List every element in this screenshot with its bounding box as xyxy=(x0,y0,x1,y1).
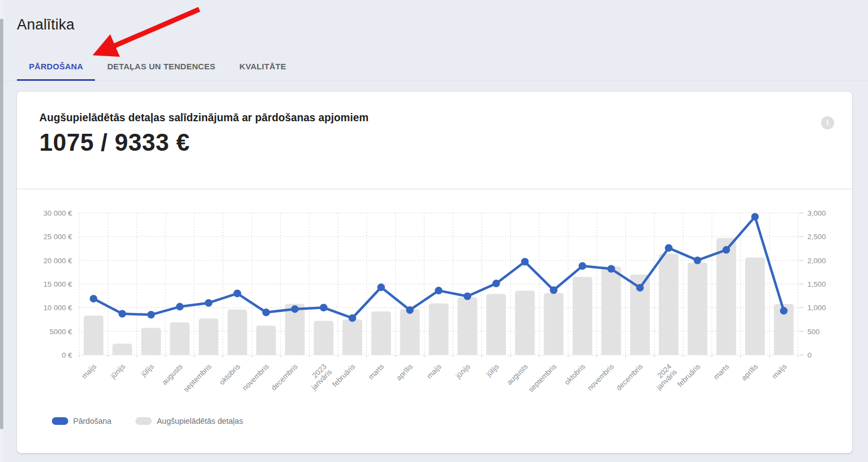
line-point[interactable] xyxy=(90,295,97,303)
line-point[interactable] xyxy=(492,280,500,287)
right-axis-tick: 2,000 xyxy=(807,257,826,265)
line-point[interactable] xyxy=(435,287,443,294)
line-point[interactable] xyxy=(579,262,586,270)
line-point[interactable] xyxy=(234,289,241,297)
headline-value: 1075 / 9333 € xyxy=(39,129,190,156)
x-axis-label: marts xyxy=(367,362,386,381)
line-point[interactable] xyxy=(377,283,385,291)
tab-pardosana[interactable]: PĀRDOŠANA xyxy=(17,52,95,80)
bar[interactable] xyxy=(457,297,477,355)
line-point[interactable] xyxy=(176,303,183,311)
bar[interactable] xyxy=(199,318,218,355)
bar[interactable] xyxy=(314,321,334,355)
x-axis-label: augusts xyxy=(160,362,184,386)
line-point[interactable] xyxy=(262,309,270,316)
line-point[interactable] xyxy=(349,314,356,322)
line-point[interactable] xyxy=(521,258,529,265)
x-axis-label: jūlijs xyxy=(484,362,501,378)
bar[interactable] xyxy=(745,257,765,355)
line-point[interactable] xyxy=(780,307,788,315)
vertical-scrollbar[interactable] xyxy=(0,0,3,462)
line-point[interactable] xyxy=(118,310,126,318)
info-icon[interactable]: i xyxy=(821,116,834,129)
scrollbar-thumb[interactable] xyxy=(0,19,3,429)
left-axis-tick: 10 000 € xyxy=(43,304,72,312)
bar[interactable] xyxy=(84,316,103,355)
card-divider xyxy=(17,188,852,189)
legend-item-pardosana[interactable]: Pārdošana xyxy=(52,417,111,425)
x-axis-label: 2023janvāris xyxy=(304,362,334,392)
bar[interactable] xyxy=(716,238,736,355)
bar[interactable] xyxy=(342,319,362,355)
bar[interactable] xyxy=(170,322,189,355)
x-axis-label: februāris xyxy=(331,362,357,388)
line-point[interactable] xyxy=(665,244,673,252)
bar[interactable] xyxy=(400,309,420,355)
line-point[interactable] xyxy=(550,286,557,294)
bar[interactable] xyxy=(515,291,535,355)
x-axis-label: februāris xyxy=(676,362,702,388)
line-point[interactable] xyxy=(406,306,414,314)
bar[interactable] xyxy=(371,311,391,355)
x-axis-label: maijs xyxy=(425,362,443,380)
tab-bar: PĀRDOŠANA DETAĻAS UN TENDENCES KVALITĀTE xyxy=(0,52,868,81)
left-axis-tick: 30 000 € xyxy=(43,209,72,217)
analytics-card: Augšupielādētās detaļas salīdzinājumā ar… xyxy=(17,92,852,453)
x-axis-label: oktobris xyxy=(218,362,242,386)
card-heading: Augšupielādētās detaļas salīdzinājumā ar… xyxy=(39,111,368,124)
line-point[interactable] xyxy=(463,293,471,300)
bar[interactable] xyxy=(141,328,161,355)
legend-item-augsupieladetas-detalas[interactable]: Augšupielādētās detaļas xyxy=(135,417,243,425)
bar[interactable] xyxy=(112,343,132,355)
legend-label: Augšupielādētās detaļas xyxy=(157,417,243,425)
legend-swatch-gray xyxy=(135,417,152,425)
x-axis-label: novembris xyxy=(241,362,271,392)
bar[interactable] xyxy=(659,254,679,355)
combo-chart: 0 €05000 €50010 000 €1,00015 000 €1,5002… xyxy=(17,197,852,426)
x-axis-label: maijs xyxy=(770,362,788,380)
bar[interactable] xyxy=(429,304,449,355)
x-axis-label: maijs xyxy=(80,362,98,380)
legend-label: Pārdošana xyxy=(73,417,111,425)
bar[interactable] xyxy=(573,277,592,355)
x-axis-label: 2024janvāris xyxy=(649,362,679,392)
x-axis-label: oktobris xyxy=(563,362,587,386)
x-axis-label: aprīlis xyxy=(740,362,759,382)
x-axis-label: jūlijs xyxy=(139,362,156,378)
left-axis-tick: 25 000 € xyxy=(43,233,72,241)
bar[interactable] xyxy=(544,293,563,355)
tab-kvalitate[interactable]: KVALITĀTE xyxy=(228,52,299,80)
legend-swatch-blue xyxy=(52,417,68,425)
x-axis-label: jūnijs xyxy=(109,362,127,380)
right-axis-tick: 2,500 xyxy=(807,233,826,241)
line-point[interactable] xyxy=(694,257,701,264)
x-axis-label: jūnijs xyxy=(454,362,472,380)
line-point[interactable] xyxy=(636,284,644,292)
line-point[interactable] xyxy=(291,305,299,313)
x-axis-label: novembris xyxy=(586,362,616,392)
x-axis-label: decembris xyxy=(615,362,645,392)
line-point[interactable] xyxy=(751,213,759,221)
line-point[interactable] xyxy=(320,304,328,311)
right-axis-tick: 3,000 xyxy=(807,209,826,217)
right-axis-tick: 0 xyxy=(807,351,812,359)
right-axis-tick: 1,500 xyxy=(807,280,826,288)
left-axis-tick: 0 € xyxy=(62,351,72,359)
bar[interactable] xyxy=(256,325,276,355)
x-axis-label: aprīlis xyxy=(395,362,414,382)
bar[interactable] xyxy=(486,294,506,355)
bar[interactable] xyxy=(228,310,247,355)
bar[interactable] xyxy=(688,263,708,355)
page-title: Analītika xyxy=(17,16,74,33)
bar[interactable] xyxy=(602,266,621,355)
line-point[interactable] xyxy=(722,246,730,254)
x-axis-label: septembris xyxy=(182,362,213,393)
left-axis-tick: 20 000 € xyxy=(43,257,72,265)
line-point[interactable] xyxy=(147,311,155,318)
left-axis-tick: 15 000 € xyxy=(43,280,72,288)
line-point[interactable] xyxy=(205,299,212,307)
right-axis-tick: 500 xyxy=(807,328,820,336)
tab-detalas-un-tendences[interactable]: DETAĻAS UN TENDENCES xyxy=(95,52,227,80)
line-point[interactable] xyxy=(608,265,615,273)
right-axis-tick: 1,000 xyxy=(807,304,826,312)
